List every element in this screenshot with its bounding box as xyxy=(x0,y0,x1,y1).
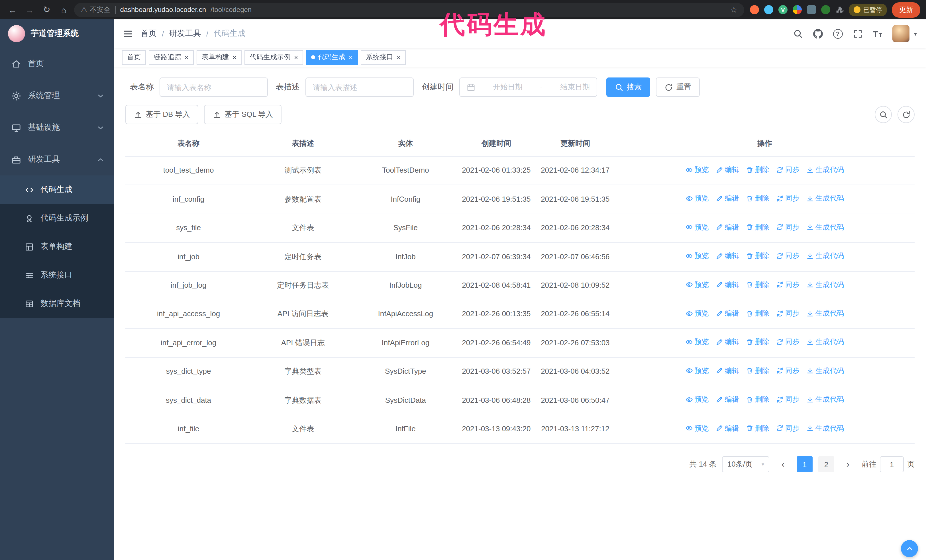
page-size-select[interactable]: 10条/页 ▾ xyxy=(722,456,769,472)
bookmark-star-icon[interactable]: ☆ xyxy=(730,5,737,14)
help-button[interactable]: ? xyxy=(833,29,843,38)
refresh-table-button[interactable] xyxy=(897,106,915,123)
security-warning[interactable]: ⚠ 不安全 xyxy=(81,5,110,15)
generate-code-link[interactable]: 生成代码 xyxy=(806,308,844,318)
import-db-button[interactable]: 基于 DB 导入 xyxy=(126,105,198,124)
sync-link[interactable]: 同步 xyxy=(776,165,799,175)
delete-link[interactable]: 删除 xyxy=(746,279,769,290)
delete-link[interactable]: 删除 xyxy=(746,251,769,261)
preview-link[interactable]: 预览 xyxy=(685,423,709,433)
breadcrumb-devtools[interactable]: 研发工具 xyxy=(169,29,201,39)
tab-home[interactable]: 首页 xyxy=(122,50,146,65)
edit-link[interactable]: 编辑 xyxy=(716,308,739,318)
sync-link[interactable]: 同步 xyxy=(776,308,799,318)
sync-link[interactable]: 同步 xyxy=(776,279,799,290)
header-search-button[interactable] xyxy=(793,29,803,38)
app-logo[interactable]: 芋道管理系统 xyxy=(0,20,114,48)
generate-code-link[interactable]: 生成代码 xyxy=(806,165,844,175)
sidebar-item-codegen-example[interactable]: 代码生成示例 xyxy=(0,204,114,232)
extension-icon[interactable] xyxy=(764,5,773,14)
edit-link[interactable]: 编辑 xyxy=(716,279,739,290)
generate-code-link[interactable]: 生成代码 xyxy=(806,394,844,405)
sidebar-toggle-button[interactable] xyxy=(123,29,133,38)
close-icon[interactable]: × xyxy=(294,54,298,61)
preview-link[interactable]: 预览 xyxy=(685,337,709,347)
preview-link[interactable]: 预览 xyxy=(685,394,709,405)
goto-page-input[interactable] xyxy=(880,456,904,472)
generate-code-link[interactable]: 生成代码 xyxy=(806,193,844,204)
sync-link[interactable]: 同步 xyxy=(776,366,799,376)
generate-code-link[interactable]: 生成代码 xyxy=(806,251,844,261)
preview-link[interactable]: 预览 xyxy=(685,279,709,290)
sync-link[interactable]: 同步 xyxy=(776,423,799,433)
generate-code-link[interactable]: 生成代码 xyxy=(806,279,844,290)
preview-link[interactable]: 预览 xyxy=(685,251,709,261)
generate-code-link[interactable]: 生成代码 xyxy=(806,423,844,433)
import-sql-button[interactable]: 基于 SQL 导入 xyxy=(204,105,282,124)
back-to-top-button[interactable] xyxy=(901,540,918,557)
extension-icon[interactable] xyxy=(821,5,830,14)
edit-link[interactable]: 编辑 xyxy=(716,423,739,433)
sidebar-item-infra[interactable]: 基础设施 xyxy=(0,112,114,143)
tab-form-builder[interactable]: 表单构建 × xyxy=(197,50,242,65)
edit-link[interactable]: 编辑 xyxy=(716,165,739,175)
forward-icon[interactable]: → xyxy=(23,3,36,17)
edit-link[interactable]: 编辑 xyxy=(716,337,739,347)
reset-button[interactable]: 重置 xyxy=(656,77,700,97)
date-range-picker[interactable]: 开始日期 - 结束日期 xyxy=(459,77,597,97)
vue-devtools-icon[interactable]: V xyxy=(778,5,788,14)
edit-link[interactable]: 编辑 xyxy=(716,193,739,204)
extension-icon[interactable] xyxy=(807,5,816,14)
delete-link[interactable]: 删除 xyxy=(746,308,769,318)
delete-link[interactable]: 删除 xyxy=(746,337,769,347)
generate-code-link[interactable]: 生成代码 xyxy=(806,366,844,376)
delete-link[interactable]: 删除 xyxy=(746,165,769,175)
prev-page-button[interactable]: ‹ xyxy=(775,456,791,472)
extensions-puzzle-icon[interactable] xyxy=(835,5,844,14)
sidebar-item-system[interactable]: 系统管理 xyxy=(0,80,114,112)
github-link[interactable] xyxy=(813,29,823,38)
sync-link[interactable]: 同步 xyxy=(776,394,799,405)
sync-link[interactable]: 同步 xyxy=(776,251,799,261)
generate-code-link[interactable]: 生成代码 xyxy=(806,222,844,232)
edit-link[interactable]: 编辑 xyxy=(716,251,739,261)
preview-link[interactable]: 预览 xyxy=(685,165,709,175)
preview-link[interactable]: 预览 xyxy=(685,222,709,232)
extension-icon[interactable] xyxy=(793,5,802,14)
search-button[interactable]: 搜索 xyxy=(606,77,650,97)
sync-link[interactable]: 同步 xyxy=(776,337,799,347)
sidebar-item-codegen[interactable]: 代码生成 xyxy=(0,175,114,204)
sidebar-item-home[interactable]: 首页 xyxy=(0,48,114,80)
close-icon[interactable]: × xyxy=(185,54,189,61)
close-icon[interactable]: × xyxy=(349,54,353,61)
tab-tracing[interactable]: 链路追踪 × xyxy=(149,50,194,65)
preview-link[interactable]: 预览 xyxy=(685,366,709,376)
tab-codegen-example[interactable]: 代码生成示例 × xyxy=(244,50,303,65)
table-desc-input[interactable] xyxy=(306,77,414,97)
toggle-search-button[interactable] xyxy=(875,106,892,123)
edit-link[interactable]: 编辑 xyxy=(716,366,739,376)
extension-icon[interactable] xyxy=(750,5,759,14)
page-button-1[interactable]: 1 xyxy=(797,456,813,472)
home-icon[interactable]: ⌂ xyxy=(57,3,71,17)
sidebar-item-devtools[interactable]: 研发工具 xyxy=(0,143,114,175)
delete-link[interactable]: 删除 xyxy=(746,423,769,433)
sidebar-item-system-api[interactable]: 系统接口 xyxy=(0,261,114,290)
user-avatar[interactable] xyxy=(893,25,909,42)
table-name-input[interactable] xyxy=(160,77,268,97)
fullscreen-button[interactable] xyxy=(853,29,862,38)
close-icon[interactable]: × xyxy=(396,54,401,61)
tab-system-api[interactable]: 系统接口 × xyxy=(361,50,406,65)
reload-icon[interactable]: ↻ xyxy=(40,3,54,17)
preview-link[interactable]: 预览 xyxy=(685,193,709,204)
paused-badge[interactable]: 已暂停 xyxy=(849,4,887,16)
next-page-button[interactable]: › xyxy=(840,456,856,472)
delete-link[interactable]: 删除 xyxy=(746,394,769,405)
address-bar[interactable]: ⚠ 不安全 dashboard.yudao.iocoder.cn /tool/c… xyxy=(74,3,744,17)
sync-link[interactable]: 同步 xyxy=(776,193,799,204)
sidebar-item-form-builder[interactable]: 表单构建 xyxy=(0,232,114,261)
back-icon[interactable]: ← xyxy=(6,3,20,17)
delete-link[interactable]: 删除 xyxy=(746,366,769,376)
breadcrumb-home[interactable]: 首页 xyxy=(141,29,157,39)
font-size-button[interactable]: TT xyxy=(873,29,882,38)
